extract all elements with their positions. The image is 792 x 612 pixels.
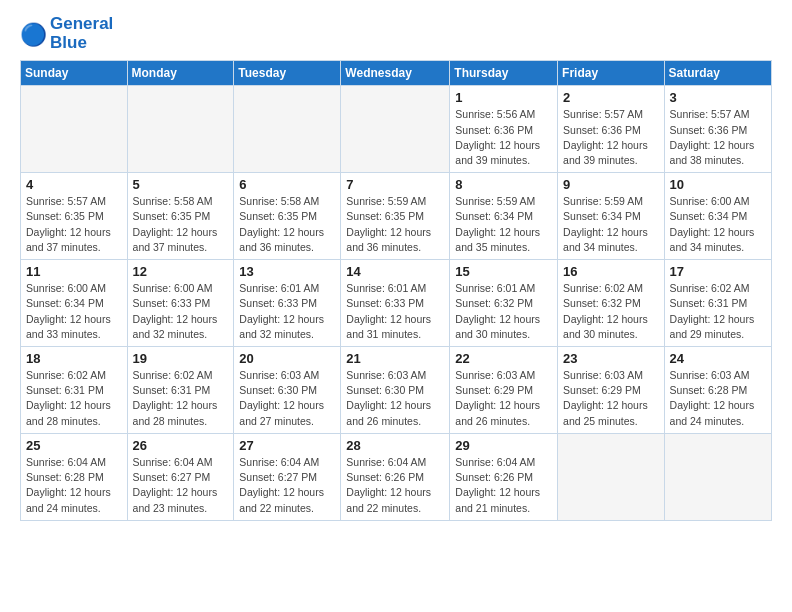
calendar-cell: 14Sunrise: 6:01 AMSunset: 6:33 PMDayligh… [341,260,450,347]
calendar-cell: 21Sunrise: 6:03 AMSunset: 6:30 PMDayligh… [341,347,450,434]
day-number: 28 [346,438,444,453]
calendar-cell: 26Sunrise: 6:04 AMSunset: 6:27 PMDayligh… [127,433,234,520]
day-info: Sunrise: 5:57 AMSunset: 6:36 PMDaylight:… [563,107,659,168]
calendar-cell: 18Sunrise: 6:02 AMSunset: 6:31 PMDayligh… [21,347,128,434]
calendar-cell: 29Sunrise: 6:04 AMSunset: 6:26 PMDayligh… [450,433,558,520]
day-number: 27 [239,438,335,453]
day-info: Sunrise: 6:03 AMSunset: 6:29 PMDaylight:… [455,368,552,429]
day-info: Sunrise: 6:00 AMSunset: 6:34 PMDaylight:… [670,194,766,255]
calendar-cell [664,433,771,520]
day-number: 12 [133,264,229,279]
day-info: Sunrise: 5:56 AMSunset: 6:36 PMDaylight:… [455,107,552,168]
logo-text: General Blue [50,15,113,52]
day-info: Sunrise: 5:59 AMSunset: 6:34 PMDaylight:… [563,194,659,255]
calendar-cell: 23Sunrise: 6:03 AMSunset: 6:29 PMDayligh… [558,347,665,434]
calendar-cell [21,86,128,173]
calendar-cell: 16Sunrise: 6:02 AMSunset: 6:32 PMDayligh… [558,260,665,347]
day-number: 11 [26,264,122,279]
logo: 🔵 General Blue [20,15,113,52]
day-info: Sunrise: 6:02 AMSunset: 6:31 PMDaylight:… [133,368,229,429]
calendar-table: SundayMondayTuesdayWednesdayThursdayFrid… [20,60,772,520]
day-number: 10 [670,177,766,192]
calendar-cell: 12Sunrise: 6:00 AMSunset: 6:33 PMDayligh… [127,260,234,347]
day-info: Sunrise: 5:58 AMSunset: 6:35 PMDaylight:… [133,194,229,255]
calendar-cell: 10Sunrise: 6:00 AMSunset: 6:34 PMDayligh… [664,173,771,260]
day-info: Sunrise: 6:03 AMSunset: 6:29 PMDaylight:… [563,368,659,429]
day-info: Sunrise: 6:01 AMSunset: 6:33 PMDaylight:… [239,281,335,342]
calendar-cell: 27Sunrise: 6:04 AMSunset: 6:27 PMDayligh… [234,433,341,520]
header-day-sunday: Sunday [21,61,128,86]
header: 🔵 General Blue [20,15,772,52]
calendar-cell: 15Sunrise: 6:01 AMSunset: 6:32 PMDayligh… [450,260,558,347]
day-info: Sunrise: 6:04 AMSunset: 6:27 PMDaylight:… [239,455,335,516]
day-number: 15 [455,264,552,279]
day-number: 3 [670,90,766,105]
calendar-cell: 7Sunrise: 5:59 AMSunset: 6:35 PMDaylight… [341,173,450,260]
calendar-cell: 11Sunrise: 6:00 AMSunset: 6:34 PMDayligh… [21,260,128,347]
calendar-week-row: 4Sunrise: 5:57 AMSunset: 6:35 PMDaylight… [21,173,772,260]
day-number: 5 [133,177,229,192]
day-number: 7 [346,177,444,192]
day-info: Sunrise: 5:57 AMSunset: 6:35 PMDaylight:… [26,194,122,255]
calendar-cell [234,86,341,173]
calendar-cell: 28Sunrise: 6:04 AMSunset: 6:26 PMDayligh… [341,433,450,520]
calendar-cell [127,86,234,173]
calendar-cell: 13Sunrise: 6:01 AMSunset: 6:33 PMDayligh… [234,260,341,347]
header-day-thursday: Thursday [450,61,558,86]
calendar-cell: 20Sunrise: 6:03 AMSunset: 6:30 PMDayligh… [234,347,341,434]
day-number: 14 [346,264,444,279]
header-day-wednesday: Wednesday [341,61,450,86]
day-info: Sunrise: 6:02 AMSunset: 6:31 PMDaylight:… [26,368,122,429]
calendar-cell: 25Sunrise: 6:04 AMSunset: 6:28 PMDayligh… [21,433,128,520]
day-info: Sunrise: 6:00 AMSunset: 6:34 PMDaylight:… [26,281,122,342]
day-info: Sunrise: 6:03 AMSunset: 6:30 PMDaylight:… [346,368,444,429]
day-number: 23 [563,351,659,366]
day-number: 13 [239,264,335,279]
day-info: Sunrise: 6:03 AMSunset: 6:28 PMDaylight:… [670,368,766,429]
day-number: 1 [455,90,552,105]
day-info: Sunrise: 6:01 AMSunset: 6:32 PMDaylight:… [455,281,552,342]
calendar-cell: 2Sunrise: 5:57 AMSunset: 6:36 PMDaylight… [558,86,665,173]
svg-text:🔵: 🔵 [20,20,48,47]
day-number: 6 [239,177,335,192]
day-number: 4 [26,177,122,192]
calendar-header-row: SundayMondayTuesdayWednesdayThursdayFrid… [21,61,772,86]
day-number: 24 [670,351,766,366]
day-info: Sunrise: 6:01 AMSunset: 6:33 PMDaylight:… [346,281,444,342]
day-info: Sunrise: 6:02 AMSunset: 6:31 PMDaylight:… [670,281,766,342]
logo-icon: 🔵 [20,20,48,48]
calendar-cell: 1Sunrise: 5:56 AMSunset: 6:36 PMDaylight… [450,86,558,173]
calendar-cell: 4Sunrise: 5:57 AMSunset: 6:35 PMDaylight… [21,173,128,260]
calendar-cell [341,86,450,173]
header-day-monday: Monday [127,61,234,86]
calendar-cell: 6Sunrise: 5:58 AMSunset: 6:35 PMDaylight… [234,173,341,260]
day-number: 18 [26,351,122,366]
calendar-week-row: 18Sunrise: 6:02 AMSunset: 6:31 PMDayligh… [21,347,772,434]
calendar-week-row: 11Sunrise: 6:00 AMSunset: 6:34 PMDayligh… [21,260,772,347]
day-number: 26 [133,438,229,453]
day-info: Sunrise: 5:57 AMSunset: 6:36 PMDaylight:… [670,107,766,168]
calendar-cell: 5Sunrise: 5:58 AMSunset: 6:35 PMDaylight… [127,173,234,260]
calendar-cell [558,433,665,520]
day-number: 19 [133,351,229,366]
calendar-cell: 17Sunrise: 6:02 AMSunset: 6:31 PMDayligh… [664,260,771,347]
day-info: Sunrise: 6:04 AMSunset: 6:27 PMDaylight:… [133,455,229,516]
day-info: Sunrise: 6:02 AMSunset: 6:32 PMDaylight:… [563,281,659,342]
calendar-cell: 19Sunrise: 6:02 AMSunset: 6:31 PMDayligh… [127,347,234,434]
day-info: Sunrise: 5:59 AMSunset: 6:35 PMDaylight:… [346,194,444,255]
header-day-saturday: Saturday [664,61,771,86]
calendar-week-row: 1Sunrise: 5:56 AMSunset: 6:36 PMDaylight… [21,86,772,173]
calendar-page: 🔵 General Blue SundayMondayTuesdayWednes… [0,0,792,612]
calendar-cell: 24Sunrise: 6:03 AMSunset: 6:28 PMDayligh… [664,347,771,434]
day-number: 22 [455,351,552,366]
day-number: 20 [239,351,335,366]
day-info: Sunrise: 6:04 AMSunset: 6:26 PMDaylight:… [455,455,552,516]
day-number: 9 [563,177,659,192]
day-number: 2 [563,90,659,105]
day-info: Sunrise: 5:59 AMSunset: 6:34 PMDaylight:… [455,194,552,255]
day-number: 29 [455,438,552,453]
day-number: 16 [563,264,659,279]
day-info: Sunrise: 6:03 AMSunset: 6:30 PMDaylight:… [239,368,335,429]
calendar-cell: 3Sunrise: 5:57 AMSunset: 6:36 PMDaylight… [664,86,771,173]
header-day-friday: Friday [558,61,665,86]
